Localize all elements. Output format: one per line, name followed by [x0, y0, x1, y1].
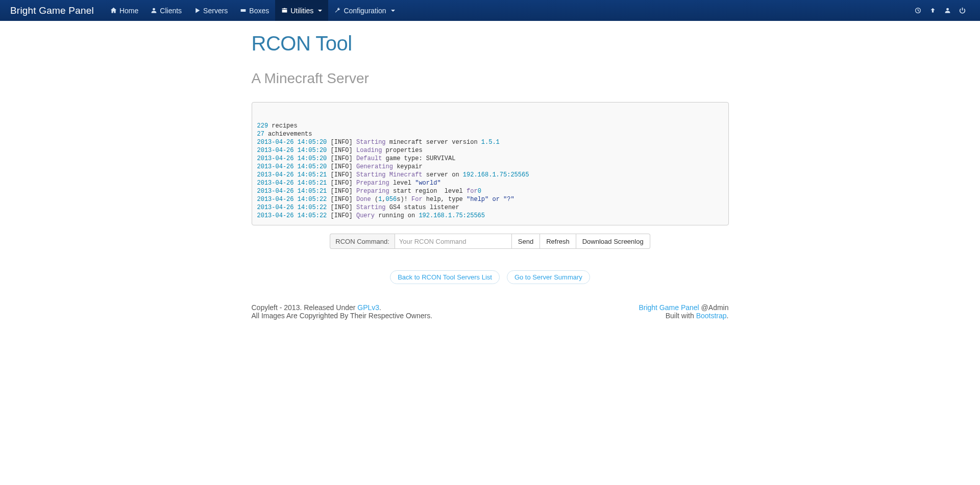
arrow-up-icon — [929, 7, 936, 14]
footer-copyleft: Copyleft - 2013. Released Under GPLv3. — [252, 303, 433, 312]
gpl-link[interactable]: GPLv3 — [357, 303, 379, 312]
nav-clients-label: Clients — [160, 7, 182, 15]
rcon-command-label: RCON Command: — [330, 234, 394, 249]
console-line: 2013-04-26 14:05:20 [INFO] Loading prope… — [257, 146, 723, 155]
console-line: 229 recipes — [257, 122, 723, 130]
bootstrap-link[interactable]: Bootstrap — [696, 312, 727, 320]
console-line: 2013-04-26 14:05:21 [INFO] Starting Mine… — [257, 171, 723, 179]
send-button[interactable]: Send — [512, 234, 540, 249]
nav-clock[interactable] — [911, 0, 925, 21]
nav-boxes-label: Boxes — [249, 7, 269, 15]
rcon-form-row: RCON Command: Send Refresh Download Scre… — [252, 234, 729, 249]
home-icon — [110, 7, 117, 14]
user-icon — [944, 7, 951, 14]
go-to-server-summary-button[interactable]: Go to Server Summary — [507, 270, 590, 284]
console-line: 2013-04-26 14:05:20 [INFO] Default game … — [257, 155, 723, 163]
play-icon — [194, 7, 201, 14]
console-line: 2013-04-26 14:05:20 [INFO] Starting mine… — [257, 138, 723, 146]
nav-utilities[interactable]: Utilities — [275, 0, 328, 21]
nav-home-label: Home — [119, 7, 138, 15]
rcon-command-input[interactable] — [395, 234, 512, 249]
hdd-icon — [240, 7, 247, 14]
brand-title[interactable]: Bright Game Panel — [10, 5, 94, 16]
footer: Copyleft - 2013. Released Under GPLv3. A… — [252, 303, 729, 320]
page-title: RCON Tool — [252, 32, 729, 55]
main-nav: Home Clients Servers Boxes Utilities Con… — [104, 0, 401, 21]
nav-power[interactable] — [955, 0, 970, 21]
footer-built-with: Built with Bootstrap. — [639, 312, 728, 320]
console-output: 229 recipes27 achievements2013-04-26 14:… — [252, 102, 729, 225]
power-icon — [959, 7, 966, 14]
nav-utilities-label: Utilities — [290, 7, 313, 15]
top-navbar: Bright Game Panel Home Clients Servers B… — [0, 0, 980, 21]
console-line: 2013-04-26 14:05:20 [INFO] Generating ke… — [257, 163, 723, 171]
refresh-button[interactable]: Refresh — [540, 234, 576, 249]
console-line: 2013-04-26 14:05:22 [INFO] Query running… — [257, 212, 723, 220]
server-name-heading: A Minecraft Server — [252, 70, 729, 87]
nav-boxes[interactable]: Boxes — [234, 0, 275, 21]
console-line: 2013-04-26 14:05:21 [INFO] Preparing sta… — [257, 187, 723, 195]
nav-home[interactable]: Home — [104, 0, 144, 21]
nav-clients[interactable]: Clients — [144, 0, 188, 21]
back-to-servers-list-button[interactable]: Back to RCON Tool Servers List — [390, 270, 500, 284]
nav-upload[interactable] — [925, 0, 940, 21]
nav-configuration[interactable]: Configuration — [328, 0, 401, 21]
console-line: 2013-04-26 14:05:21 [INFO] Preparing lev… — [257, 179, 723, 187]
console-line: 2013-04-26 14:05:22 [INFO] Done (1,056s)… — [257, 195, 723, 203]
caret-icon — [391, 10, 395, 12]
briefcase-icon — [281, 7, 288, 14]
console-line: 2013-04-26 14:05:22 [INFO] Starting GS4 … — [257, 203, 723, 212]
nav-servers[interactable]: Servers — [188, 0, 234, 21]
console-line: 27 achievements — [257, 130, 723, 138]
nav-user[interactable] — [940, 0, 955, 21]
nav-configuration-label: Configuration — [344, 7, 386, 15]
clock-icon — [915, 7, 921, 14]
wrench-icon — [334, 7, 341, 14]
nav-servers-label: Servers — [203, 7, 228, 15]
footer-images: All Images Are Copyrighted By Their Resp… — [252, 312, 433, 320]
footer-brand-admin: Bright Game Panel @Admin — [639, 303, 728, 312]
user-icon — [151, 7, 157, 14]
bottom-nav-row: Back to RCON Tool Servers List Go to Ser… — [252, 270, 729, 284]
caret-icon — [318, 10, 322, 12]
footer-brand-link[interactable]: Bright Game Panel — [639, 303, 699, 312]
download-screenlog-button[interactable]: Download Screenlog — [576, 234, 650, 249]
